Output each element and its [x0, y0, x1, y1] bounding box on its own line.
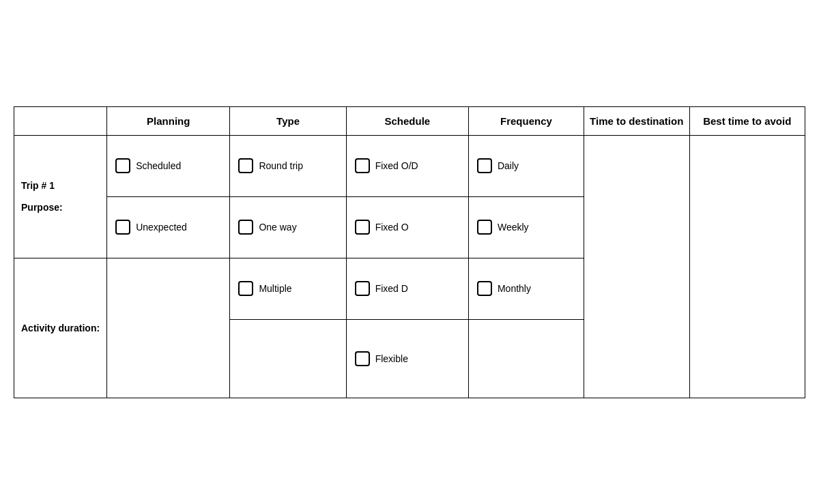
row-label-activity: Activity duration: [14, 258, 107, 398]
label-fixed-d: Fixed D [375, 283, 408, 294]
cell-time-1 [584, 135, 689, 398]
checkbox-multiple[interactable] [238, 281, 253, 296]
checkbox-fixed-od[interactable] [355, 158, 370, 173]
header-type: Type [230, 106, 346, 135]
cell-type-empty [230, 319, 346, 398]
label-fixed-od: Fixed O/D [375, 160, 418, 171]
label-multiple: Multiple [259, 283, 291, 294]
cell-one-way: One way [230, 196, 346, 258]
cell-flexible: Flexible [346, 319, 468, 398]
checkbox-daily[interactable] [477, 158, 492, 173]
row-label-trip: Trip # 1 Purpose: [14, 135, 107, 258]
checkbox-fixed-d[interactable] [355, 281, 370, 296]
checkbox-flexible[interactable] [355, 351, 370, 366]
checkbox-scheduled[interactable] [115, 158, 130, 173]
label-daily: Daily [498, 160, 519, 171]
label-unexpected: Unexpected [136, 222, 187, 233]
label-flexible: Flexible [375, 353, 408, 364]
cell-fixed-od: Fixed O/D [346, 135, 468, 196]
cell-daily: Daily [468, 135, 584, 196]
cell-unexpected: Unexpected [107, 196, 230, 258]
checkbox-round-trip[interactable] [238, 158, 253, 173]
checkbox-weekly[interactable] [477, 220, 492, 235]
header-frequency: Frequency [468, 106, 584, 135]
trip-table: Planning Type Schedule Frequency Time to… [14, 106, 805, 398]
header-planning: Planning [107, 106, 230, 135]
cell-fixed-o: Fixed O [346, 196, 468, 258]
label-weekly: Weekly [498, 222, 529, 233]
cell-monthly: Monthly [468, 258, 584, 319]
cell-frequency-empty [468, 319, 584, 398]
label-fixed-o: Fixed O [375, 222, 409, 233]
label-round-trip: Round trip [259, 160, 303, 171]
table-wrapper: Planning Type Schedule Frequency Time to… [14, 106, 805, 398]
cell-multiple: Multiple [230, 258, 346, 319]
cell-planning-empty [107, 258, 230, 398]
cell-round-trip: Round trip [230, 135, 346, 196]
cell-scheduled: Scheduled [107, 135, 230, 196]
header-best: Best time to avoid [689, 106, 805, 135]
checkbox-unexpected[interactable] [115, 220, 130, 235]
header-time: Time to destination [584, 106, 689, 135]
cell-fixed-d: Fixed D [346, 258, 468, 319]
cell-best-1 [689, 135, 805, 398]
label-monthly: Monthly [498, 283, 531, 294]
checkbox-fixed-o[interactable] [355, 220, 370, 235]
label-scheduled: Scheduled [136, 160, 181, 171]
cell-weekly: Weekly [468, 196, 584, 258]
header-schedule: Schedule [346, 106, 468, 135]
label-one-way: One way [259, 222, 296, 233]
header-empty [14, 106, 107, 135]
checkbox-one-way[interactable] [238, 220, 253, 235]
checkbox-monthly[interactable] [477, 281, 492, 296]
